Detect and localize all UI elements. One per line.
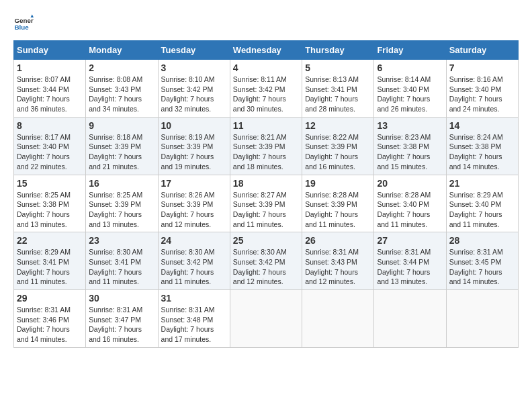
sunrise: Sunrise: 8:14 AM	[377, 75, 431, 83]
daylight: Daylight: 7 hours and 21 minutes.	[89, 152, 142, 171]
sunrise: Sunrise: 8:30 AM	[233, 248, 287, 256]
day-number: 31	[161, 293, 227, 304]
sunset: Sunset: 3:38 PM	[17, 200, 69, 208]
day-info: Sunrise: 8:31 AM Sunset: 3:46 PM Dayligh…	[17, 305, 83, 345]
day-number: 28	[449, 235, 515, 246]
sunrise: Sunrise: 8:17 AM	[17, 133, 71, 141]
sunrise: Sunrise: 8:18 AM	[89, 133, 142, 141]
sunrise: Sunrise: 8:16 AM	[449, 75, 503, 83]
day-info: Sunrise: 8:22 AM Sunset: 3:39 PM Dayligh…	[305, 132, 371, 172]
daylight: Daylight: 7 hours and 26 minutes.	[377, 95, 430, 113]
day-info: Sunrise: 8:21 AM Sunset: 3:39 PM Dayligh…	[233, 132, 299, 172]
sunset: Sunset: 3:42 PM	[161, 85, 214, 93]
day-number: 12	[305, 120, 371, 131]
day-number: 26	[305, 235, 371, 246]
day-number: 15	[17, 178, 83, 189]
daylight: Daylight: 7 hours and 11 minutes.	[305, 210, 358, 228]
sunset: Sunset: 3:47 PM	[89, 316, 141, 324]
sunrise: Sunrise: 8:31 AM	[17, 306, 71, 314]
calendar-cell: 8 Sunrise: 8:17 AM Sunset: 3:40 PM Dayli…	[14, 117, 86, 175]
day-number: 23	[89, 235, 154, 246]
day-number: 19	[305, 178, 371, 189]
col-thursday: Thursday	[302, 41, 374, 60]
calendar-cell: 23 Sunrise: 8:30 AM Sunset: 3:41 PM Dayl…	[86, 232, 158, 290]
sunset: Sunset: 3:40 PM	[449, 200, 502, 208]
sunset: Sunset: 3:39 PM	[305, 200, 357, 208]
calendar-cell: 1 Sunrise: 8:07 AM Sunset: 3:44 PM Dayli…	[14, 60, 86, 118]
daylight: Daylight: 7 hours and 11 minutes.	[89, 268, 142, 286]
sunrise: Sunrise: 8:31 AM	[449, 248, 503, 256]
daylight: Daylight: 7 hours and 22 minutes.	[17, 152, 70, 171]
daylight: Daylight: 7 hours and 12 minutes.	[305, 268, 358, 286]
col-friday: Friday	[374, 41, 446, 60]
day-number: 9	[89, 120, 154, 131]
logo-icon: General Blue	[13, 13, 34, 34]
sunrise: Sunrise: 8:10 AM	[161, 75, 215, 83]
day-number: 18	[233, 178, 299, 189]
calendar-cell: 27 Sunrise: 8:31 AM Sunset: 3:44 PM Dayl…	[374, 232, 446, 290]
day-number: 6	[377, 62, 443, 73]
calendar-cell	[302, 290, 374, 348]
day-info: Sunrise: 8:28 AM Sunset: 3:40 PM Dayligh…	[377, 190, 443, 230]
sunset: Sunset: 3:48 PM	[161, 316, 214, 324]
calendar-body: 1 Sunrise: 8:07 AM Sunset: 3:44 PM Dayli…	[14, 60, 519, 348]
day-number: 25	[233, 235, 299, 246]
col-monday: Monday	[86, 41, 158, 60]
day-info: Sunrise: 8:30 AM Sunset: 3:42 PM Dayligh…	[233, 247, 299, 287]
col-tuesday: Tuesday	[158, 41, 230, 60]
day-info: Sunrise: 8:23 AM Sunset: 3:38 PM Dayligh…	[377, 132, 443, 172]
calendar-cell	[374, 290, 446, 348]
calendar-cell: 17 Sunrise: 8:26 AM Sunset: 3:39 PM Dayl…	[158, 175, 230, 232]
sunrise: Sunrise: 8:27 AM	[233, 191, 287, 199]
calendar-cell: 9 Sunrise: 8:18 AM Sunset: 3:39 PM Dayli…	[86, 117, 158, 175]
daylight: Daylight: 7 hours and 28 minutes.	[305, 95, 358, 113]
sunrise: Sunrise: 8:31 AM	[305, 248, 359, 256]
sunset: Sunset: 3:42 PM	[161, 258, 214, 266]
day-info: Sunrise: 8:24 AM Sunset: 3:38 PM Dayligh…	[449, 132, 515, 172]
day-info: Sunrise: 8:07 AM Sunset: 3:44 PM Dayligh…	[17, 75, 83, 114]
daylight: Daylight: 7 hours and 14 minutes.	[449, 152, 502, 171]
daylight: Daylight: 7 hours and 19 minutes.	[161, 152, 214, 171]
day-info: Sunrise: 8:31 AM Sunset: 3:44 PM Dayligh…	[377, 247, 443, 287]
sunset: Sunset: 3:38 PM	[449, 142, 502, 150]
daylight: Daylight: 7 hours and 11 minutes.	[377, 210, 430, 228]
day-number: 10	[161, 120, 227, 131]
daylight: Daylight: 7 hours and 24 minutes.	[449, 95, 502, 113]
calendar-cell: 31 Sunrise: 8:31 AM Sunset: 3:48 PM Dayl…	[158, 290, 230, 348]
sunset: Sunset: 3:39 PM	[161, 142, 214, 150]
day-info: Sunrise: 8:10 AM Sunset: 3:42 PM Dayligh…	[161, 75, 227, 114]
calendar-cell: 10 Sunrise: 8:19 AM Sunset: 3:39 PM Dayl…	[158, 117, 230, 175]
calendar-cell: 19 Sunrise: 8:28 AM Sunset: 3:39 PM Dayl…	[302, 175, 374, 232]
daylight: Daylight: 7 hours and 12 minutes.	[161, 210, 214, 228]
calendar-cell	[446, 290, 518, 348]
calendar-cell: 14 Sunrise: 8:24 AM Sunset: 3:38 PM Dayl…	[446, 117, 518, 175]
sunset: Sunset: 3:39 PM	[233, 142, 285, 150]
day-info: Sunrise: 8:31 AM Sunset: 3:43 PM Dayligh…	[305, 247, 371, 287]
sunrise: Sunrise: 8:23 AM	[377, 133, 431, 141]
daylight: Daylight: 7 hours and 13 minutes.	[89, 210, 142, 228]
sunset: Sunset: 3:42 PM	[233, 258, 285, 266]
sunset: Sunset: 3:41 PM	[89, 258, 141, 266]
sunset: Sunset: 3:40 PM	[17, 142, 69, 150]
sunset: Sunset: 3:39 PM	[305, 142, 357, 150]
calendar-cell: 2 Sunrise: 8:08 AM Sunset: 3:43 PM Dayli…	[86, 60, 158, 118]
sunrise: Sunrise: 8:21 AM	[233, 133, 287, 141]
sunset: Sunset: 3:39 PM	[233, 200, 285, 208]
sunrise: Sunrise: 8:26 AM	[161, 191, 215, 199]
day-info: Sunrise: 8:31 AM Sunset: 3:48 PM Dayligh…	[161, 305, 227, 345]
day-number: 11	[233, 120, 299, 131]
calendar-cell: 15 Sunrise: 8:25 AM Sunset: 3:38 PM Dayl…	[14, 175, 86, 232]
calendar-cell: 20 Sunrise: 8:28 AM Sunset: 3:40 PM Dayl…	[374, 175, 446, 232]
day-info: Sunrise: 8:30 AM Sunset: 3:42 PM Dayligh…	[161, 247, 227, 287]
daylight: Daylight: 7 hours and 34 minutes.	[89, 95, 142, 113]
calendar-cell: 13 Sunrise: 8:23 AM Sunset: 3:38 PM Dayl…	[374, 117, 446, 175]
daylight: Daylight: 7 hours and 11 minutes.	[233, 210, 286, 228]
svg-text:General: General	[15, 17, 34, 24]
sunset: Sunset: 3:39 PM	[161, 200, 214, 208]
daylight: Daylight: 7 hours and 13 minutes.	[17, 210, 70, 228]
day-number: 13	[377, 120, 443, 131]
calendar-cell: 24 Sunrise: 8:30 AM Sunset: 3:42 PM Dayl…	[158, 232, 230, 290]
svg-marker-2	[31, 15, 34, 18]
sunrise: Sunrise: 8:28 AM	[377, 191, 431, 199]
day-info: Sunrise: 8:28 AM Sunset: 3:39 PM Dayligh…	[305, 190, 371, 230]
